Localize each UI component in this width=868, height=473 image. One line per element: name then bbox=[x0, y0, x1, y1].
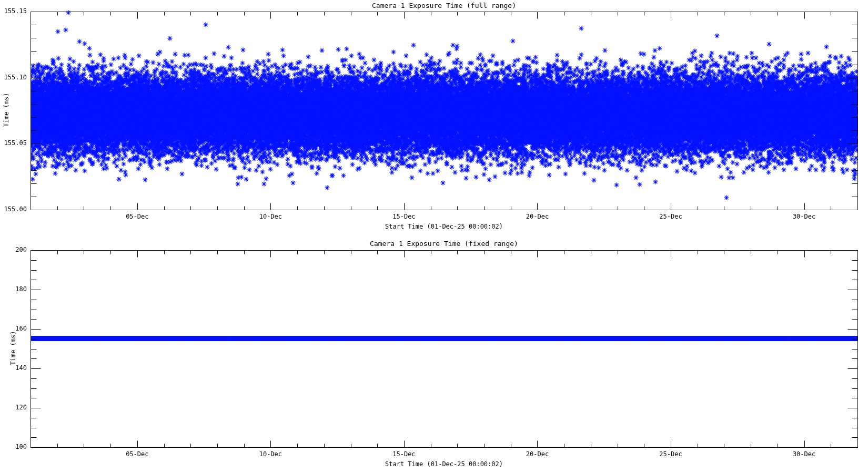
exposure-time-figure: Camera 1 Exposure Time (full range) Came… bbox=[0, 0, 868, 473]
plots-canvas bbox=[0, 0, 868, 473]
